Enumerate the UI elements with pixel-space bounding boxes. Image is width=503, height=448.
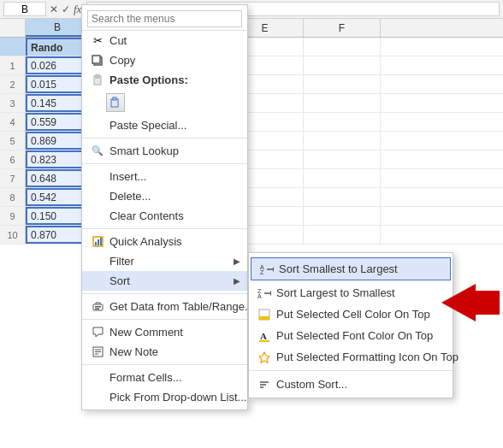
font-color-icon: A: [256, 330, 273, 342]
menu-item-smart-lookup[interactable]: 🔍 Smart Lookup: [82, 141, 247, 161]
separator-6: [82, 364, 247, 365]
menu-item-new-comment[interactable]: New Comment: [82, 322, 247, 342]
table-row[interactable]: 1 0.026: [0, 56, 503, 75]
row-number: 3: [0, 94, 26, 112]
cell-b[interactable]: 0.559: [26, 113, 90, 131]
cell-b[interactable]: 0.648: [26, 169, 90, 187]
table-row[interactable]: 7 0.648: [0, 169, 503, 188]
sort-format-icon-item[interactable]: Put Selected Formatting Icon On Top: [249, 346, 453, 368]
svg-rect-3: [96, 74, 99, 78]
cell-b[interactable]: 0.026: [26, 56, 90, 74]
cell-f: [304, 226, 381, 244]
menu-item-paste-icon-row[interactable]: [82, 90, 247, 115]
row-number: 7: [0, 169, 26, 187]
svg-marker-20: [273, 267, 274, 272]
cell-b[interactable]: 0.870: [26, 226, 90, 244]
row-number: 10: [0, 226, 26, 244]
menu-item-new-note[interactable]: New Note: [82, 342, 247, 362]
cell-f: [304, 75, 381, 93]
svg-rect-12: [95, 309, 99, 310]
menu-item-cut[interactable]: ✂ Cut: [82, 31, 247, 50]
get-data-icon: [89, 301, 106, 312]
table-row[interactable]: 6 0.823: [0, 150, 503, 169]
table-row[interactable]: 8 0.542: [0, 188, 503, 207]
cell-f: [304, 207, 381, 225]
context-menu: ✂ Cut Copy Paste Options: Paste Special.…: [81, 4, 248, 410]
menu-item-delete[interactable]: Delete...: [82, 186, 247, 206]
col-b-header[interactable]: B: [26, 19, 90, 37]
table-row[interactable]: 4 0.559: [0, 113, 503, 132]
svg-rect-5: [113, 97, 116, 100]
col-f-header[interactable]: F: [304, 19, 381, 37]
comment-icon: [89, 327, 106, 338]
table-row[interactable]: 9 0.150: [0, 207, 503, 226]
fx-icon: fx: [74, 3, 81, 16]
menu-item-format-cells[interactable]: Format Cells...: [82, 368, 247, 387]
sort-arrow: ▶: [234, 276, 240, 286]
table-row[interactable]: 5 0.869: [0, 132, 503, 150]
cell-b[interactable]: 0.869: [26, 132, 90, 150]
svg-rect-1: [92, 56, 100, 63]
cell-b-header[interactable]: Rando: [26, 38, 90, 56]
menu-item-pick-dropdown[interactable]: Pick From Drop-down List...: [82, 387, 247, 407]
sort-submenu: AZ Sort Smallest to Largest ZA Sort Larg…: [248, 252, 453, 398]
paste-special-icon[interactable]: [106, 93, 125, 112]
menu-item-sort[interactable]: Sort ▶: [82, 271, 247, 291]
red-arrow-indicator: [441, 284, 500, 324]
cell-f: [304, 56, 381, 74]
table-row[interactable]: 2 0.015: [0, 75, 503, 94]
cell-f: [304, 188, 381, 206]
svg-rect-26: [259, 316, 269, 320]
menu-item-filter[interactable]: Filter ▶: [82, 251, 247, 271]
cell-b[interactable]: 0.542: [26, 188, 90, 206]
svg-rect-9: [100, 238, 102, 245]
paste-icon: [89, 74, 106, 86]
cell-b[interactable]: 0.150: [26, 207, 90, 225]
menu-search-input[interactable]: [87, 10, 242, 27]
svg-marker-33: [441, 284, 500, 321]
filter-arrow: ▶: [234, 256, 240, 266]
name-box[interactable]: B: [3, 2, 46, 16]
menu-item-paste-options: Paste Options:: [82, 70, 247, 90]
table-row[interactable]: 3 0.145: [0, 94, 503, 113]
copy-icon: [89, 55, 106, 67]
row-number: 5: [0, 132, 26, 150]
cell-f: [304, 150, 381, 168]
svg-marker-24: [270, 291, 271, 296]
svg-text:A: A: [257, 293, 262, 299]
cell-f: [304, 94, 381, 112]
sort-largest-item[interactable]: ZA Sort Largest to Smallest: [249, 282, 453, 304]
menu-item-copy[interactable]: Copy: [82, 50, 247, 70]
cell-b[interactable]: 0.823: [26, 150, 90, 168]
sort-custom-item[interactable]: Custom Sort...: [249, 374, 453, 395]
svg-text:Z: Z: [260, 269, 264, 275]
cut-icon: ✂: [89, 34, 106, 47]
sort-font-color-item[interactable]: A Put Selected Font Color On Top: [249, 325, 453, 346]
menu-item-quick-analysis[interactable]: Quick Analysis: [82, 232, 247, 251]
formatting-icon-icon: [256, 351, 273, 363]
svg-marker-29: [259, 352, 269, 363]
menu-item-clear-contents[interactable]: Clear Contents: [82, 206, 247, 226]
svg-rect-28: [259, 340, 269, 342]
cell-f: [304, 113, 381, 131]
menu-item-get-data[interactable]: Get Data from Table/Range...: [82, 297, 247, 316]
row-number: 2: [0, 75, 26, 93]
sort-za-icon: ZA: [256, 287, 273, 299]
table-row[interactable]: 10 0.870: [0, 226, 503, 245]
confirm-icon[interactable]: ✓: [62, 3, 70, 15]
svg-text:A: A: [260, 331, 267, 341]
menu-search-container: [82, 8, 247, 31]
cell-color-icon: [256, 309, 273, 321]
cell-b[interactable]: 0.015: [26, 75, 90, 93]
row-num-header-data: [0, 38, 26, 56]
sort-smallest-item[interactable]: AZ Sort Smallest to Largest: [251, 257, 451, 280]
row-number: 8: [0, 188, 26, 206]
sort-cell-color-item[interactable]: Put Selected Cell Color On Top: [249, 304, 453, 325]
close-icon[interactable]: ✕: [50, 3, 58, 15]
menu-item-paste-special[interactable]: Paste Special...: [82, 115, 247, 135]
row-number: 1: [0, 56, 26, 74]
menu-item-insert[interactable]: Insert...: [82, 167, 247, 186]
row-number: 6: [0, 150, 26, 168]
svg-rect-7: [95, 242, 97, 245]
cell-b[interactable]: 0.145: [26, 94, 90, 112]
